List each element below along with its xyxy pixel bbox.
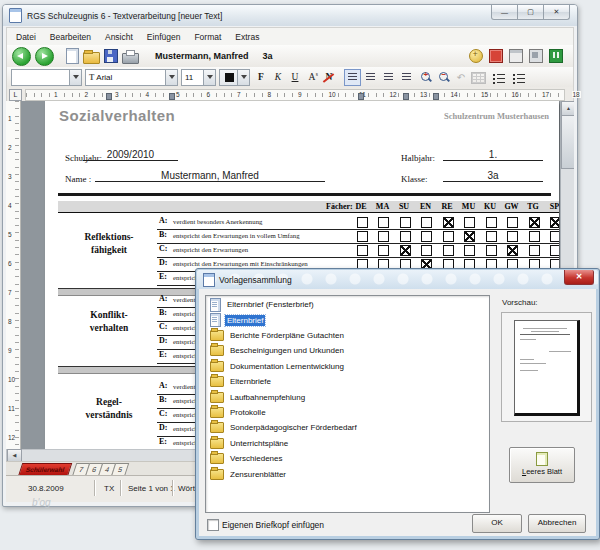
horizontal-ruler[interactable]: L 123456789101112131415161718	[6, 87, 574, 102]
grade-checkbox-b-gw[interactable]	[507, 231, 518, 242]
underline-button[interactable]: U	[287, 69, 303, 86]
zoom-in-icon[interactable]: +	[420, 71, 433, 84]
list-item-berichte-f-rderpl-ne-gutachten[interactable]: Berichte Förderpläne Gutachten	[206, 328, 490, 343]
own-letterhead-checkbox[interactable]	[207, 519, 219, 531]
list-item-unterrichtspl-ne[interactable]: Unterrichtspläne	[206, 436, 490, 451]
vertical-ruler[interactable]: 123456789101112	[6, 101, 21, 449]
size-combobox[interactable]: 11	[181, 69, 216, 86]
grade-checkbox-c-re[interactable]	[443, 245, 454, 256]
list-item-elternbrief[interactable]: Elternbrief	[206, 312, 490, 327]
grade-checkbox-c-de[interactable]	[357, 245, 368, 256]
grade-checkbox-c-ma[interactable]	[378, 245, 389, 256]
style-combobox[interactable]	[11, 69, 82, 86]
tab-marker[interactable]	[358, 93, 364, 100]
undo-icon[interactable]: ↶	[454, 72, 468, 83]
blank-sheet-button[interactable]: Leeres Blatt	[509, 447, 575, 483]
name-value[interactable]: Mustermann, Manfred	[95, 170, 325, 182]
scrollbar-thumb[interactable]	[561, 115, 574, 169]
menu-item-datei[interactable]: Datei	[9, 30, 43, 44]
back-button[interactable]	[12, 47, 31, 66]
chevron-down-icon[interactable]	[203, 70, 215, 85]
forward-button[interactable]	[35, 47, 54, 66]
chevron-down-icon[interactable]	[237, 70, 249, 85]
red-stop-icon[interactable]	[489, 49, 503, 63]
tab-selector[interactable]: L	[9, 89, 22, 101]
zoom-out-icon[interactable]: −	[438, 71, 451, 84]
bullet-list-icon[interactable]	[492, 72, 506, 83]
new-document-icon[interactable]	[66, 48, 79, 64]
list-item-sonderp-dagogischer-f-rderbedarf[interactable]: Sonderpädagogischer Förderbedarf	[206, 420, 490, 435]
grade-checkbox-a-de[interactable]	[357, 217, 368, 228]
align-left-button[interactable]	[344, 69, 361, 86]
ok-button[interactable]: OK	[472, 514, 522, 533]
halbjahr-value[interactable]: 1.	[443, 149, 543, 161]
grade-checkbox-a-sp[interactable]	[550, 217, 559, 228]
chevron-down-icon[interactable]	[165, 70, 177, 85]
chevron-down-icon[interactable]	[69, 70, 81, 85]
grade-checkbox-b-su[interactable]	[400, 231, 411, 242]
print-icon[interactable]	[122, 53, 139, 64]
grade-checkbox-b-mu[interactable]	[464, 231, 475, 242]
tab-marker[interactable]	[106, 93, 112, 100]
list-item-dokumentation-lernentwicklung[interactable]: Dokumentation Lernentwicklung	[206, 359, 490, 374]
grade-checkbox-c-mu[interactable]	[464, 245, 475, 256]
tab-marker[interactable]	[433, 93, 439, 100]
grade-checkbox-c-gw[interactable]	[507, 245, 518, 256]
grade-checkbox-c-tg[interactable]	[529, 245, 540, 256]
list-item-zensurenbl-tter[interactable]: Zensurenblätter	[206, 466, 490, 481]
close-icon[interactable]: ✕	[564, 270, 594, 285]
tab-marker[interactable]	[169, 93, 175, 100]
align-right-button[interactable]	[380, 69, 397, 86]
font-color-picker[interactable]	[219, 69, 250, 86]
minimize-button[interactable]: —	[491, 5, 518, 20]
menu-item-extras[interactable]: Extras	[228, 30, 266, 44]
grade-checkbox-c-su[interactable]	[400, 245, 411, 256]
cancel-button[interactable]: Abbrechen	[528, 514, 586, 533]
keypad-icon[interactable]	[509, 49, 523, 63]
image-icon[interactable]	[529, 49, 543, 63]
maximize-button[interactable]: ▢	[517, 5, 544, 20]
schuljahr-value[interactable]: 2009/2010	[83, 149, 178, 161]
grade-checkbox-a-gw[interactable]	[507, 217, 518, 228]
grade-checkbox-a-su[interactable]	[400, 217, 411, 228]
grade-checkbox-a-ma[interactable]	[378, 217, 389, 228]
close-button[interactable]: ✕	[543, 5, 570, 20]
no-format-button[interactable]: N	[321, 69, 337, 86]
grade-checkbox-b-sp[interactable]	[550, 231, 559, 242]
open-icon[interactable]	[83, 52, 100, 64]
superscript-button[interactable]: A	[304, 69, 320, 86]
grade-checkbox-b-tg[interactable]	[529, 231, 540, 242]
grade-checkbox-b-ku[interactable]	[486, 231, 497, 242]
list-item-bescheinigungen-und-urkunden[interactable]: Bescheinigungen und Urkunden	[206, 343, 490, 358]
font-combobox[interactable]: T Arial	[85, 69, 178, 86]
template-list[interactable]: Elternbrief (Fensterbrief)ElternbriefBer…	[205, 295, 490, 513]
grade-checkbox-b-de[interactable]	[357, 231, 368, 242]
save-icon[interactable]	[104, 49, 118, 63]
grade-checkbox-a-mu[interactable]	[464, 217, 475, 228]
grade-checkbox-b-ma[interactable]	[378, 231, 389, 242]
list-item-elternbriefe[interactable]: Elternbriefe	[206, 374, 490, 389]
italic-button[interactable]: K	[270, 69, 286, 86]
menu-item-format[interactable]: Format	[187, 30, 228, 44]
grade-checkbox-c-sp[interactable]	[550, 245, 559, 256]
scroll-up-icon[interactable]: ▲	[561, 101, 574, 116]
klasse-value[interactable]: 3a	[443, 170, 543, 182]
align-justify-button[interactable]	[398, 69, 415, 86]
coin-icon[interactable]	[469, 49, 483, 63]
grade-checkbox-b-re[interactable]	[443, 231, 454, 242]
list-item-protokolle[interactable]: Protokolle	[206, 405, 490, 420]
align-center-button[interactable]	[362, 69, 379, 86]
grade-checkbox-a-en[interactable]	[421, 217, 432, 228]
grade-checkbox-c-en[interactable]	[421, 245, 432, 256]
numbered-list-icon[interactable]	[512, 72, 526, 83]
list-item-laufbahnempfehlung[interactable]: Laufbahnempfehlung	[206, 389, 490, 404]
menu-item-ansicht[interactable]: Ansicht	[98, 30, 140, 44]
list-item-verschiedenes[interactable]: Verschiedenes	[206, 451, 490, 466]
dialog-title-bar[interactable]: Vorlagensammlung	[197, 270, 598, 289]
bold-button[interactable]: F	[253, 69, 269, 86]
table-icon[interactable]	[471, 72, 486, 84]
menu-item-einf-gen[interactable]: Einfügen	[140, 30, 188, 44]
menu-item-bearbeiten[interactable]: Bearbeiten	[43, 30, 98, 44]
grade-checkbox-b-en[interactable]	[421, 231, 432, 242]
list-item-elternbrief-fensterbrief[interactable]: Elternbrief (Fensterbrief)	[206, 297, 490, 312]
